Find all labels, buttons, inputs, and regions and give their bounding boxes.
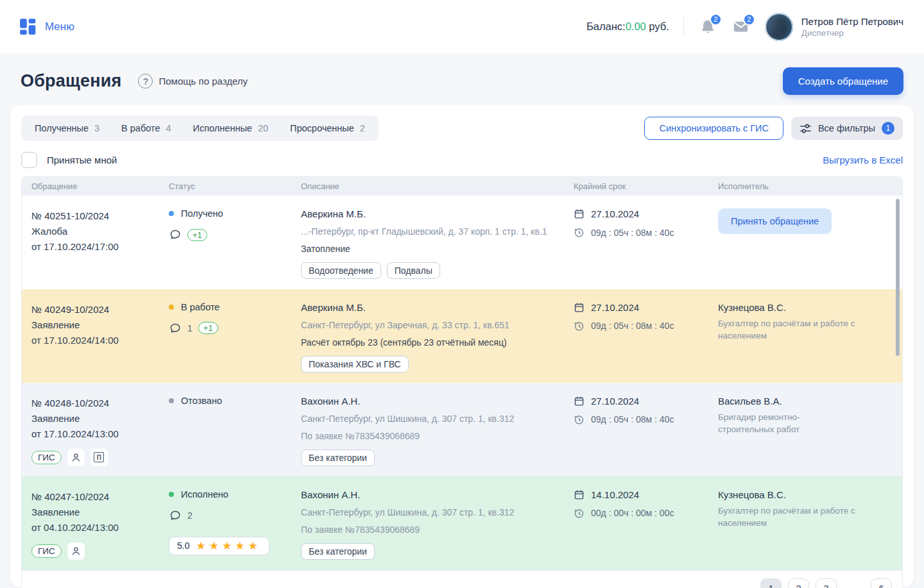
notifications-button[interactable]: 2: [698, 17, 717, 37]
page-button-2[interactable]: 2: [788, 578, 809, 588]
tab-count: 20: [258, 123, 268, 133]
sliders-icon: [800, 122, 812, 135]
avatar: [765, 13, 793, 41]
status-label: Исполнено: [181, 489, 228, 500]
balance-currency: руб.: [649, 21, 669, 32]
chat-icon: [169, 322, 182, 335]
deadline-date: 27.10.2024: [591, 302, 639, 313]
balance-label: Баланс:: [586, 21, 626, 32]
column-header-appeal: Обращение: [31, 181, 169, 191]
table-row[interactable]: № 40247-10/2024 Заявление от 04.10.2024/…: [22, 476, 902, 570]
appeal-number: № 40251-10/2024: [31, 208, 158, 224]
menu-grid-icon: [19, 18, 37, 35]
export-excel-link[interactable]: Выгрузить в Excel: [823, 155, 903, 165]
menu-button[interactable]: Меню: [19, 18, 74, 35]
status-label: В работе: [181, 302, 219, 312]
tab-done[interactable]: Исполненные 20: [182, 118, 279, 139]
deadline-date: 14.10.2024: [591, 489, 639, 500]
rating-stars-icon: ★★★★★: [196, 541, 261, 551]
tab-label: Полученные: [35, 123, 89, 133]
status-label: Отозвано: [181, 396, 222, 406]
notifications-count-badge: 2: [710, 13, 722, 26]
help-link[interactable]: ? Помощь по разделу: [138, 74, 248, 88]
comments-count: 2: [187, 510, 193, 521]
tab-label: В работе: [121, 123, 160, 133]
category-tag: Без категории: [301, 543, 375, 560]
applicant-name: Аверкина М.Б.: [301, 302, 563, 314]
category-tag: Без категории: [301, 449, 375, 466]
accept-appeal-button[interactable]: Принять обращение: [718, 208, 832, 234]
status-label: Получено: [181, 208, 223, 219]
deadline-date: 27.10.2024: [591, 396, 639, 407]
balance: Баланс:0.00 руб.: [586, 21, 669, 33]
appeal-text: По заявке №7835439068689: [301, 525, 563, 535]
user-profile[interactable]: Петров Пётр Петрович Диспетчер: [765, 13, 903, 41]
deadline-timer: 09д : 05ч : 08м : 40с: [591, 228, 674, 238]
category-tag: Показания ХВС и ГВС: [301, 356, 409, 373]
calendar-icon: [574, 302, 585, 313]
sync-gis-button[interactable]: Синхронизировать с ГИС: [644, 117, 783, 140]
applicant-name: Аверкина М.Б.: [301, 208, 563, 220]
scrollbar[interactable]: [896, 199, 900, 356]
appeals-table: Обращение Статус Описание Крайний срок И…: [21, 176, 903, 588]
filters-count-badge: 1: [882, 122, 894, 135]
table-row[interactable]: № 40249-10/2024 Заявление от 17.10.2024/…: [22, 289, 902, 383]
checkbox-label: Принятые мной: [47, 155, 117, 165]
page-button-6[interactable]: 6: [871, 578, 892, 588]
executor-name: Кузнецова В.С.: [718, 489, 892, 500]
page-header: Обращения ? Помощь по разделу Создать об…: [0, 53, 924, 105]
page-title: Обращения: [21, 71, 121, 91]
pagination-ellipsis: ...: [843, 578, 864, 588]
column-header-executor: Исполнитель: [718, 181, 902, 191]
accepted-by-me-checkbox[interactable]: Принятые мной: [21, 152, 117, 168]
applicant-address: Санкт-Петербург, ул Шишкина, д. 307 стр.…: [301, 507, 563, 519]
column-header-description: Описание: [301, 181, 574, 191]
status-dot: [169, 492, 174, 497]
appeal-number: № 40249-10/2024: [31, 302, 158, 317]
tab-received[interactable]: Полученные 3: [24, 118, 110, 139]
divider: [683, 17, 684, 37]
menu-label: Меню: [45, 21, 74, 33]
messages-button[interactable]: 2: [732, 17, 751, 37]
balance-value: 0.00: [626, 21, 646, 32]
deadline-timer: 09д : 05ч : 08м : 40с: [591, 321, 674, 331]
timer-icon: [574, 414, 585, 425]
table-row[interactable]: № 40251-10/2024 Жалоба от 17.10.2024/17:…: [22, 196, 902, 289]
executor-name: Кузнецова В.С.: [718, 302, 892, 313]
status-dot: [169, 398, 174, 403]
tab-count: 3: [94, 123, 99, 133]
comments-count: 1: [187, 323, 193, 333]
timer-icon: [574, 508, 585, 519]
appeal-date: от 17.10.2024/17:00: [31, 239, 158, 255]
all-filters-button[interactable]: Все фильтры 1: [791, 117, 903, 140]
deadline-timer: 09д : 05ч : 08м : 40с: [591, 414, 674, 424]
table-row[interactable]: № 40248-10/2024 Заявление от 17.10.2024/…: [22, 383, 902, 476]
appeal-date: от 04.10.2024/13:00: [31, 520, 158, 535]
rating-value: 5.0: [177, 541, 189, 551]
appeal-type: Заявление: [31, 505, 158, 520]
executor-role: Бухгалтер по расчётам и работе с населен…: [718, 318, 856, 342]
page-button-3[interactable]: 3: [816, 578, 837, 588]
chat-icon: [169, 509, 182, 522]
applicant-address: Санкт-Петербург, ул Шишкина, д. 307 стр.…: [301, 413, 563, 425]
appeal-date: от 17.10.2024/13:00: [31, 426, 158, 442]
user-role: Диспетчер: [801, 28, 903, 38]
calendar-icon: [574, 208, 585, 219]
tab-overdue[interactable]: Просроченные 2: [279, 118, 376, 139]
table-header: Обращение Статус Описание Крайний срок И…: [22, 177, 902, 196]
executor-role: Бригадир ремонтно-строительных работ: [718, 412, 856, 436]
checkbox[interactable]: [21, 152, 37, 168]
tab-in-progress[interactable]: В работе 4: [110, 118, 182, 139]
status-dot: [169, 305, 174, 310]
calendar-icon: [574, 396, 585, 407]
appeal-number: № 40248-10/2024: [31, 396, 158, 411]
create-appeal-button[interactable]: Создать обращение: [783, 67, 903, 95]
page-button-1[interactable]: 1: [760, 578, 782, 588]
person-icon: [67, 542, 85, 560]
appeal-type: Жалоба: [31, 224, 158, 239]
status-dot: [169, 211, 174, 216]
help-label: Помощь по разделу: [158, 76, 248, 87]
appeal-text: По заявке №7835439068689: [301, 431, 563, 441]
unread-badge: +1: [198, 322, 218, 334]
unread-badge: +1: [187, 229, 207, 241]
